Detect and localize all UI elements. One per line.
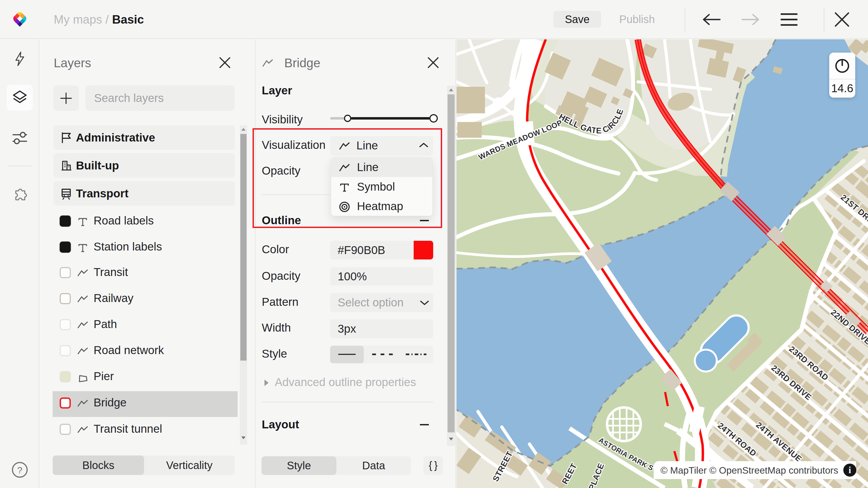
svg-text:?: ? (18, 465, 23, 475)
